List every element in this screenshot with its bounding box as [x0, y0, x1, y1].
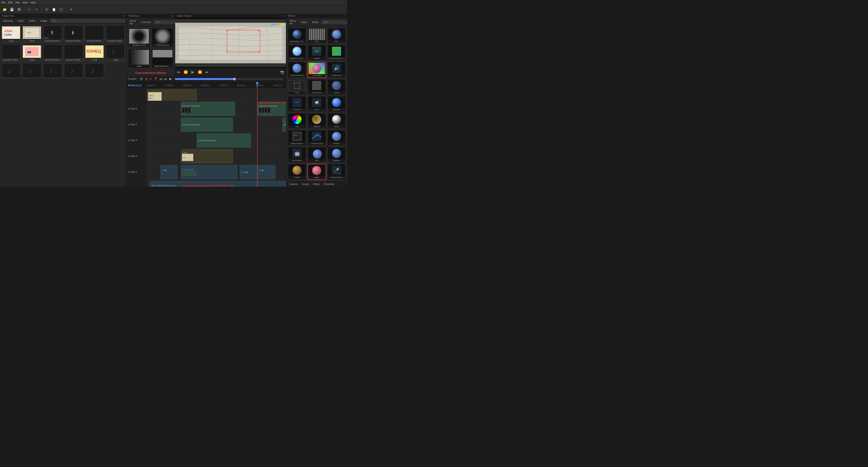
- list-item[interactable]: ♪: [22, 63, 41, 78]
- list-item[interactable]: Brightness & Co...: [288, 45, 306, 61]
- list-item[interactable]: Circle out to in: [151, 28, 174, 47]
- track-clip[interactable]: 1.ogg ♪: [160, 165, 178, 179]
- eff-tab-video[interactable]: Video: [299, 20, 309, 24]
- list-item[interactable]: 🏃 unscreen-%03d...: [43, 25, 62, 43]
- tab-image[interactable]: Image: [38, 19, 49, 23]
- track-clip[interactable]: unscreen-%03d.png: [258, 102, 286, 116]
- add-button[interactable]: ➕: [43, 6, 50, 13]
- track-clip[interactable]: 4.png img: [181, 149, 233, 163]
- redo-button[interactable]: ↪: [33, 6, 39, 13]
- tab-video[interactable]: Video: [16, 19, 26, 23]
- list-item[interactable]: ♪: [1, 63, 21, 78]
- trans-tab-common[interactable]: Common: [139, 20, 153, 24]
- timeline-progress[interactable]: [175, 78, 283, 80]
- track-clip[interactable]: АЛАНГАРИ: [147, 90, 197, 101]
- list-item[interactable]: Shift: [307, 147, 326, 163]
- list-item[interactable]: Expander: [327, 96, 346, 112]
- eff-tab-show-all[interactable]: Show All: [288, 19, 298, 25]
- list-item[interactable]: unscreen-%03d...: [64, 44, 83, 62]
- undo-button[interactable]: ↩: [26, 6, 32, 13]
- list-item[interactable]: ✏ 4.png: [22, 25, 41, 43]
- list-item[interactable]: АЛАНГАРИ 1.png: [1, 25, 21, 43]
- list-item[interactable]: Wave: [307, 164, 326, 180]
- list-item[interactable]: Crop: [288, 79, 306, 95]
- list-item[interactable]: 〰 Distortion: [288, 96, 306, 112]
- timeline-scrubber[interactable]: [233, 78, 236, 80]
- playhead[interactable]: [257, 82, 257, 88]
- list-item[interactable]: Wipe bottom to ...: [151, 49, 174, 68]
- list-item[interactable]: ♪: [43, 63, 62, 78]
- list-item[interactable]: Delay: [327, 79, 346, 95]
- list-item[interactable]: ♪: [85, 63, 104, 78]
- time-ruler[interactable]: 00:00:12,13 00:00:00 00:00:02 00:00:04 0…: [127, 82, 286, 89]
- track-clip[interactable]: 2 2 2 2 2 2 2: [181, 165, 237, 179]
- eff-bottom-tab-emojis[interactable]: Emojis: [301, 182, 310, 186]
- menu-edit[interactable]: Edit: [8, 1, 12, 4]
- save-button[interactable]: 💾: [8, 6, 15, 13]
- list-item[interactable]: КОНЕЦ 7.png: [85, 44, 104, 62]
- list-item[interactable]: Negative: [307, 113, 326, 129]
- project-files-close[interactable]: ✕: [123, 15, 125, 17]
- list-item[interactable]: Pixelate: [327, 130, 346, 146]
- prev-marker-button[interactable]: ⏮: [159, 77, 163, 81]
- tab-audio[interactable]: Audio: [27, 19, 37, 23]
- list-item[interactable]: Fade: [128, 49, 150, 68]
- export-button[interactable]: ⬛: [58, 6, 64, 13]
- next-frame-button[interactable]: ⏭: [205, 70, 210, 74]
- eff-bottom-tab-effects[interactable]: Effects: [311, 182, 321, 186]
- snapshot-button[interactable]: 📷: [279, 70, 285, 74]
- effects-close[interactable]: ✕: [344, 15, 345, 17]
- new-project-button[interactable]: 📁: [1, 6, 8, 13]
- record-button[interactable]: ●: [68, 6, 74, 13]
- list-item[interactable]: Chroma Key (Gre...: [327, 45, 346, 61]
- play-button[interactable]: ▶: [190, 69, 195, 75]
- center-timeline-button[interactable]: ⏺: [168, 77, 172, 81]
- next-marker-button[interactable]: ⏭: [164, 77, 167, 81]
- list-item[interactable]: unscreen-%03d...: [1, 44, 21, 62]
- fast-forward-button[interactable]: ⏩: [197, 70, 203, 74]
- import-button[interactable]: 📋: [51, 6, 57, 13]
- list-item[interactable]: Noise: [327, 113, 346, 129]
- list-item[interactable]: Alpha Mask / Wi...: [288, 28, 306, 43]
- list-item[interactable]: Color Saturation: [288, 62, 306, 78]
- list-item[interactable]: Circle in to out: [128, 28, 150, 47]
- list-item[interactable]: 📷 6.png: [22, 44, 41, 62]
- eff-bottom-tab-captions[interactable]: Captions: [288, 182, 299, 186]
- list-item[interactable]: 🤖 Robotization: [288, 147, 306, 163]
- list-item[interactable]: unscreen-%03d...: [105, 25, 125, 43]
- open-button[interactable]: 🖼: [16, 6, 22, 13]
- rewind-button[interactable]: ⏪: [183, 70, 188, 74]
- menu-view[interactable]: View: [22, 1, 28, 4]
- list-item[interactable]: Tracker: [288, 164, 306, 180]
- video-preview-close[interactable]: ✕: [282, 15, 284, 17]
- split-button[interactable]: ✂: [149, 77, 153, 81]
- list-item[interactable]: 📢 Echo: [307, 96, 326, 112]
- list-item[interactable]: 🧍 unscreen-%03d...: [64, 25, 83, 43]
- effects-filter-input[interactable]: [322, 21, 347, 24]
- transitions-close[interactable]: ✕: [171, 15, 173, 17]
- list-item[interactable]: Hue: [288, 113, 306, 129]
- project-filter-input[interactable]: [51, 19, 125, 23]
- list-item[interactable]: ABC Caption: [307, 45, 326, 61]
- list-item[interactable]: Deinterlace: [307, 79, 326, 95]
- add-marker-button[interactable]: 📍: [153, 77, 158, 81]
- list-item[interactable]: ♪ 1.ogg: [105, 44, 125, 62]
- trans-tab-show-all[interactable]: Show All: [128, 19, 138, 25]
- eff-bottom-tab-properties[interactable]: Properties: [322, 182, 336, 186]
- tab-show-all[interactable]: Show All: [1, 19, 14, 23]
- add-track-button[interactable]: ➕: [139, 77, 144, 81]
- list-item[interactable]: 🎤 Whisperization: [327, 164, 346, 180]
- menu-title[interactable]: Title: [15, 1, 20, 4]
- list-item[interactable]: BETA Object Detector: [288, 130, 306, 146]
- list-item[interactable]: Color Shift: [307, 62, 326, 78]
- track-clip[interactable]: unscreen-%03d.png: [197, 133, 251, 147]
- list-item[interactable]: Bars: [307, 28, 326, 43]
- list-item[interactable]: ♪: [64, 63, 83, 78]
- remove-track-button[interactable]: 🗑: [145, 77, 148, 81]
- list-item[interactable]: unscreen-%03d...: [85, 25, 104, 43]
- list-item[interactable]: Parametric EQ: [307, 130, 326, 146]
- list-item[interactable]: 🔊 Compressor: [327, 62, 346, 78]
- list-item[interactable]: unscreen-%03d...: [43, 44, 62, 62]
- menu-file[interactable]: File: [1, 1, 5, 4]
- track-clip[interactable]: 3.ogg ♪: [258, 165, 275, 179]
